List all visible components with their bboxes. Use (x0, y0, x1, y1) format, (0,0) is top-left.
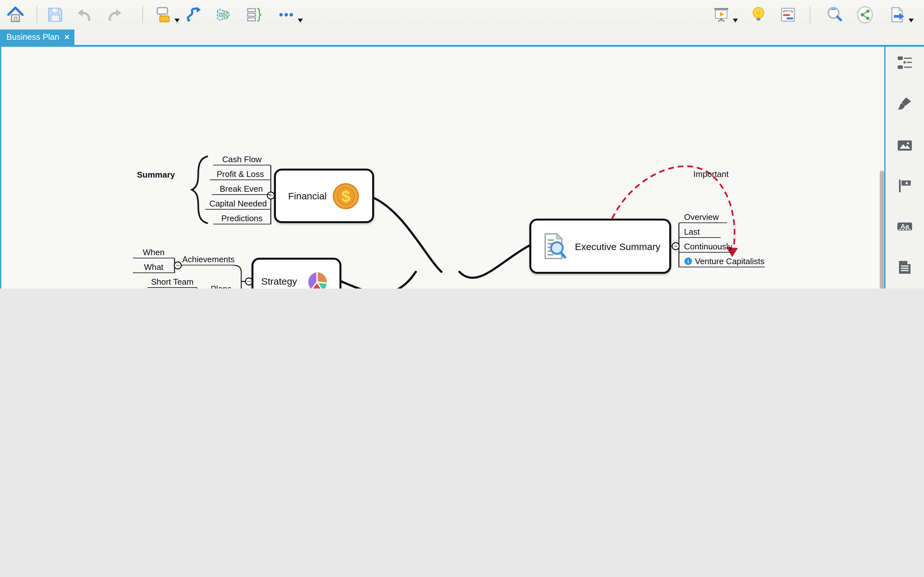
main-toolbar (0, 0, 924, 29)
lightbulb-icon[interactable] (750, 6, 767, 24)
export-icon[interactable] (888, 6, 906, 24)
node-style-icon[interactable] (154, 6, 172, 24)
summary-brace-icon[interactable] (245, 6, 263, 24)
toolbar-separator (37, 6, 37, 23)
subtopic-when[interactable]: When (133, 247, 174, 258)
topic-structure-icon[interactable] (897, 55, 913, 71)
strategy-icon (302, 266, 332, 288)
subtopic-important[interactable]: Important (685, 169, 737, 180)
more-icon[interactable] (277, 6, 295, 24)
subtopic-break-even[interactable]: Break Even (212, 183, 271, 195)
subtopic-predictions[interactable]: Predictions (213, 213, 271, 224)
subtopic-achievements[interactable]: Achievements (182, 254, 234, 266)
presentation-icon[interactable] (712, 6, 730, 24)
subtopic-cash-flow[interactable]: Cash Flow (213, 154, 271, 165)
right-sidebar: Aa (885, 47, 924, 288)
topic-label: Executive Summary (575, 241, 661, 251)
mindmap-canvas[interactable]: Business PlanFinancial$StrategyManagemen… (0, 47, 885, 288)
subtopic-continuously[interactable]: Continuously (679, 241, 733, 253)
slide-layout-icon[interactable] (779, 6, 797, 24)
info-icon: i (684, 256, 695, 266)
subtopic-summary[interactable]: Summary (134, 169, 178, 181)
svg-text:$: $ (341, 187, 351, 205)
toolbar-separator (810, 6, 811, 23)
document-tab-label: Business Plan (6, 29, 59, 45)
subtopic-what[interactable]: What (133, 261, 174, 273)
export-icon-dropdown-arrow[interactable] (909, 13, 914, 17)
topic-executive-summary[interactable]: Executive Summary (529, 219, 671, 274)
connector-icon[interactable] (185, 6, 203, 24)
boundary-icon[interactable] (214, 6, 232, 24)
share-icon[interactable] (856, 6, 874, 24)
topic-strategy[interactable]: Strategy (252, 258, 341, 288)
subtopic-last[interactable]: Last (679, 226, 720, 238)
home-icon[interactable] (6, 6, 24, 24)
summary-brace (192, 156, 207, 223)
toolbar-separator (142, 6, 143, 23)
svg-text:Aa: Aa (901, 222, 909, 230)
topic-financial[interactable]: Financial$ (274, 169, 374, 223)
notes-icon[interactable] (897, 259, 913, 276)
executive-summary-icon (540, 231, 570, 261)
close-icon[interactable]: × (65, 29, 69, 45)
search-icon[interactable] (826, 6, 844, 24)
text-label-icon[interactable]: Aa (897, 218, 913, 235)
subtopic-plans[interactable]: Plans (207, 284, 236, 288)
format-brush-icon[interactable] (897, 95, 913, 112)
flag-marker-icon[interactable] (897, 177, 913, 194)
undo-icon[interactable] (76, 6, 94, 24)
document-tab-bar: Business Plan × (0, 29, 924, 45)
presentation-icon-dropdown-arrow[interactable] (733, 13, 738, 17)
subtopic-capital-needed[interactable]: Capital Needed (205, 198, 271, 210)
vertical-scrollbar[interactable] (880, 171, 884, 288)
subtopic-overview[interactable]: Overview (679, 211, 727, 223)
save-icon[interactable] (46, 6, 64, 24)
subtopic-short-team[interactable]: Short Team (148, 276, 197, 288)
image-icon[interactable] (897, 137, 913, 154)
redo-icon[interactable] (105, 6, 123, 24)
node-style-icon-dropdown-arrow[interactable] (174, 13, 180, 17)
subtopic-venture-capitalists[interactable]: iVenture Capitalists (679, 256, 765, 268)
document-tab[interactable]: Business Plan × (0, 29, 74, 45)
more-icon-dropdown-arrow[interactable] (298, 13, 303, 17)
financial-icon: $ (332, 182, 360, 210)
subtopic-profit-loss[interactable]: Profit & Loss (210, 169, 271, 180)
svg-text:i: i (688, 259, 689, 264)
topic-label: Financial (288, 190, 326, 201)
topic-label: Strategy (261, 276, 297, 287)
app-window: Business Plan × (0, 0, 924, 288)
